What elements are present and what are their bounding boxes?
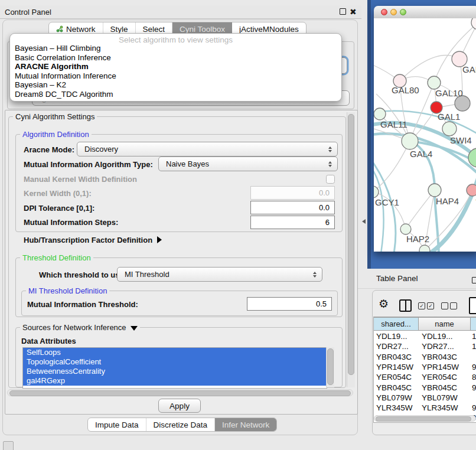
panel-collapse-arrow-icon[interactable] bbox=[362, 219, 366, 224]
column-header-cut[interactable]: A bbox=[470, 317, 476, 331]
table-cell[interactable]: YDR27... bbox=[376, 342, 409, 351]
node-gal11[interactable] bbox=[374, 108, 386, 120]
popup-item[interactable]: Mutual Information Inference bbox=[15, 71, 337, 81]
stepper-icon bbox=[328, 146, 332, 152]
mi-algorithm-type-combobox[interactable]: Naive Bayes bbox=[158, 156, 338, 171]
node-hap4[interactable] bbox=[428, 184, 441, 197]
split-columns-icon[interactable] bbox=[399, 299, 412, 312]
list-vertical-scrollbar-thumb[interactable] bbox=[327, 348, 334, 385]
aracne-mode-combobox[interactable]: Discovery bbox=[77, 142, 338, 156]
which-threshold-combobox[interactable]: MI Threshold bbox=[117, 267, 322, 282]
column-header-name[interactable]: name bbox=[418, 317, 471, 331]
apply-button[interactable]: Apply bbox=[158, 399, 201, 413]
table-cell[interactable]: YLR345W bbox=[376, 403, 413, 412]
table-body: YDL19...YDL19...13YDR27...YDR27...12YBR0… bbox=[373, 331, 476, 422]
list-item[interactable]: BetweennessCentrality bbox=[23, 367, 327, 376]
mi-steps-label: Mutual Information Steps: bbox=[24, 218, 118, 227]
node-salmon[interactable] bbox=[467, 184, 476, 196]
settings-vertical-scrollbar[interactable] bbox=[347, 112, 355, 387]
data-attributes-label: Data Attributes bbox=[21, 337, 76, 345]
tab-impute-data[interactable]: Impute Data bbox=[88, 418, 146, 431]
popup-item[interactable]: Bayesian – K2 bbox=[15, 80, 337, 90]
table-horizontal-scrollbar[interactable] bbox=[374, 415, 476, 422]
table-cell[interactable]: YER054C bbox=[422, 373, 457, 381]
cyni-algorithm-settings-title: Cyni Algorithm Settings bbox=[13, 112, 97, 121]
table-horizontal-scrollbar-thumb[interactable] bbox=[376, 416, 471, 422]
table-cell[interactable]: 8. bbox=[472, 373, 476, 381]
apply-button-label: Apply bbox=[169, 402, 190, 410]
node-bottom-cut[interactable] bbox=[419, 245, 430, 252]
table-cell[interactable]: YBR043C bbox=[422, 353, 457, 361]
checkbox-unchecked-icon[interactable] bbox=[450, 302, 457, 309]
popup-item-selected[interactable]: ARACNE Algorithm bbox=[15, 62, 337, 71]
column-header-sharedname[interactable]: shared... bbox=[373, 317, 419, 331]
tab-infer-network[interactable]: Infer Network bbox=[215, 418, 276, 431]
node-label: GAL80 bbox=[392, 85, 419, 95]
network-canvas[interactable]: GAL80 GAL10 GAL1 GAL11 SWI4 GAL4 GCY1 HA… bbox=[374, 18, 476, 252]
close-icon[interactable]: ✖ bbox=[350, 6, 357, 17]
settings-vertical-scrollbar-thumb[interactable] bbox=[348, 114, 354, 375]
bottom-left-mini-button[interactable] bbox=[3, 441, 14, 450]
threshold-definition-title: Threshold Definition bbox=[20, 253, 93, 262]
tab-network-label: Network bbox=[66, 25, 96, 34]
float-window-icon[interactable] bbox=[340, 8, 346, 15]
table-cell[interactable]: YBR045C bbox=[422, 383, 457, 392]
table-cell[interactable]: YER054C bbox=[376, 373, 412, 381]
tab-style-label: Style bbox=[110, 25, 128, 34]
table-cell[interactable]: 12 bbox=[472, 342, 476, 351]
list-item[interactable]: gal4RGexp bbox=[23, 376, 327, 386]
table-cell[interactable]: YBL079W bbox=[376, 393, 412, 402]
table-cell[interactable]: YPR145W bbox=[422, 363, 459, 371]
table-cell[interactable]: YBR045C bbox=[376, 383, 412, 392]
node-label: SWI4 bbox=[450, 135, 472, 145]
node-swi4[interactable] bbox=[442, 122, 457, 136]
table-cell[interactable]: YPR145W bbox=[376, 363, 413, 371]
table-panel-title: Table Panel bbox=[376, 274, 418, 283]
popup-item[interactable]: Dream8 DC_TDC Algorithm bbox=[15, 90, 337, 99]
gear-icon[interactable]: ⚙ bbox=[379, 298, 389, 310]
popup-item[interactable]: Basic Correlation Inference bbox=[15, 53, 337, 63]
dpi-tolerance-field[interactable]: 0.0 bbox=[250, 201, 335, 214]
table-panel-titlebar: Table Panel bbox=[358, 269, 476, 289]
table-cell[interactable]: YDR27... bbox=[422, 342, 454, 351]
checkbox-unchecked-icon[interactable] bbox=[441, 302, 448, 309]
list-vertical-scrollbar[interactable] bbox=[326, 347, 334, 387]
window-zoom-traffic-light[interactable] bbox=[400, 9, 406, 15]
tab-impute-data-label: Impute Data bbox=[95, 420, 139, 429]
table-cell[interactable]: YBL079W bbox=[422, 393, 458, 402]
table-cell[interactable]: 13 bbox=[472, 332, 476, 341]
checkbox-checked-icon[interactable]: ✓ bbox=[418, 302, 425, 309]
application-root: Control Panel ✖ Network Style bbox=[0, 0, 476, 450]
settings-horizontal-scrollbar[interactable] bbox=[7, 389, 353, 396]
kernel-width-field[interactable]: 0.0 bbox=[250, 186, 335, 200]
window-close-traffic-light[interactable] bbox=[381, 9, 387, 15]
settings-horizontal-scrollbar-thumb[interactable] bbox=[9, 390, 351, 396]
table-cell[interactable]: YBR043C bbox=[376, 353, 412, 361]
mi-steps-field[interactable]: 6 bbox=[250, 216, 335, 229]
document-icon[interactable] bbox=[469, 297, 476, 314]
tab-discretize-data[interactable]: Discretize Data bbox=[146, 418, 216, 431]
node-gal4[interactable] bbox=[402, 133, 418, 149]
network-view-window[interactable]: GAL80 GAL10 GAL1 GAL11 SWI4 GAL4 GCY1 HA… bbox=[374, 6, 476, 252]
table-cell[interactable]: 9. bbox=[472, 403, 476, 412]
popup-item[interactable]: Bayesian – Hill Climbing bbox=[15, 44, 337, 53]
sources-title-wrap[interactable]: Sources for Network Inference bbox=[20, 323, 140, 332]
list-item[interactable]: TopologicalCoefficient bbox=[23, 357, 327, 367]
window-minimize-traffic-light[interactable] bbox=[390, 9, 397, 15]
list-item[interactable]: SelfLoops bbox=[23, 348, 327, 357]
table-cell[interactable]: YLR345W bbox=[422, 403, 458, 412]
table-cell[interactable]: YDL19... bbox=[376, 332, 407, 341]
table-panel-float-icon[interactable] bbox=[472, 277, 476, 283]
manual-kernel-width-checkbox[interactable] bbox=[326, 175, 335, 184]
table-cell[interactable]: 9. bbox=[472, 363, 476, 371]
table-cell[interactable]: YDL19... bbox=[422, 332, 453, 341]
algorithm-dropdown-popup: Select algorithm to view settings Bayesi… bbox=[9, 33, 342, 102]
node-gal10[interactable] bbox=[428, 76, 441, 89]
node-label: GAL4 bbox=[410, 149, 432, 159]
table-cell[interactable]: 9. bbox=[472, 383, 476, 392]
network-window-titlebar[interactable] bbox=[374, 6, 476, 19]
node-hap2[interactable] bbox=[400, 224, 411, 234]
hub-definition-toggle[interactable]: Hub/Transcription Factor Definition bbox=[24, 234, 162, 245]
mi-threshold-field[interactable]: 0.5 bbox=[247, 297, 332, 311]
checkbox-checked-icon[interactable]: ✓ bbox=[427, 302, 434, 309]
